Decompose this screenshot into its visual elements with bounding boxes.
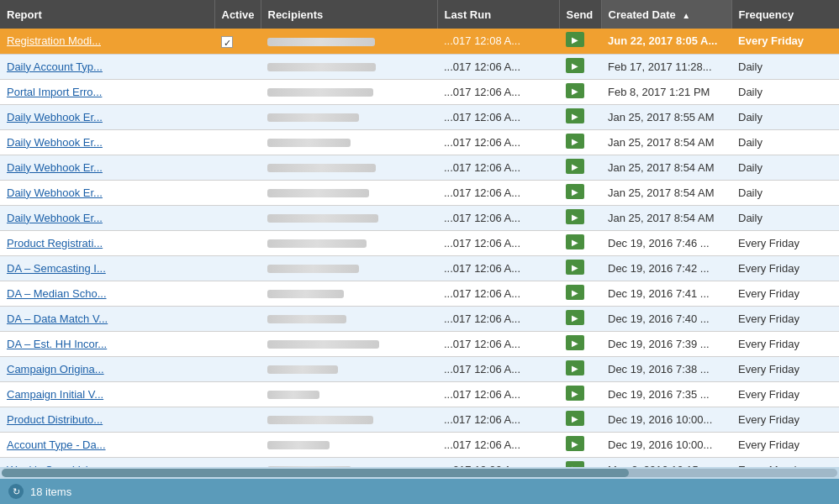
report-link[interactable]: Daily Webhook Er... bbox=[7, 212, 103, 224]
table-row[interactable]: Registration Modi......017 12:08 A...Jun… bbox=[0, 29, 839, 54]
report-link[interactable]: Product Distributo... bbox=[7, 413, 103, 426]
table-row[interactable]: Daily Account Typ......017 12:06 A...Feb… bbox=[0, 54, 839, 79]
lastrun-cell: ...017 12:06 A... bbox=[437, 79, 559, 104]
lastrun-cell: ...017 12:06 A... bbox=[437, 381, 559, 407]
table-row[interactable]: Daily Webhook Er......017 12:06 A...Jan … bbox=[0, 180, 839, 205]
table-row[interactable]: Campaign Origina......017 12:06 A...Dec … bbox=[0, 356, 839, 381]
send-button[interactable] bbox=[566, 58, 584, 73]
table-row[interactable]: Product Registrati......017 12:06 A...De… bbox=[0, 230, 839, 255]
recipients-blurred bbox=[267, 441, 330, 449]
report-link[interactable]: Daily Account Typ... bbox=[7, 60, 103, 73]
frequency-cell: Every Friday bbox=[731, 255, 839, 281]
report-link[interactable]: DA – Semcasting I... bbox=[7, 262, 106, 275]
recipients-blurred bbox=[267, 113, 359, 122]
col-header-frequency[interactable]: Frequency bbox=[731, 0, 839, 29]
col-header-report[interactable]: Report bbox=[0, 0, 214, 29]
frequency-cell: Every Friday bbox=[731, 306, 839, 331]
frequency-cell: Every Friday bbox=[731, 281, 839, 306]
frequency-cell: Every Friday bbox=[731, 381, 839, 407]
col-header-lastrun[interactable]: Last Run bbox=[437, 0, 559, 29]
recipients-blurred bbox=[267, 391, 319, 399]
recipients-blurred bbox=[267, 38, 375, 46]
recipients-blurred bbox=[267, 365, 338, 374]
send-button[interactable] bbox=[566, 108, 584, 123]
send-button[interactable] bbox=[566, 234, 584, 249]
report-link[interactable]: DA – Est. HH Incor... bbox=[7, 338, 107, 350]
table-row[interactable]: Portal Import Erro......017 12:06 A...Fe… bbox=[0, 79, 839, 104]
report-link[interactable]: Registration Modi... bbox=[7, 34, 101, 47]
table-row[interactable]: Campaign Initial V......017 12:06 A...De… bbox=[0, 381, 839, 407]
lastrun-cell: ...017 12:06 A... bbox=[437, 129, 559, 155]
report-link[interactable]: Campaign Initial V... bbox=[7, 388, 103, 401]
col-header-active[interactable]: Active bbox=[214, 0, 261, 29]
table-row[interactable]: DA – Data Match V......017 12:06 A...Dec… bbox=[0, 306, 839, 331]
active-checkbox[interactable] bbox=[221, 36, 233, 48]
send-button[interactable] bbox=[566, 335, 584, 350]
lastrun-cell: ...017 12:06 A... bbox=[437, 155, 559, 180]
table-body-scroll[interactable]: Registration Modi......017 12:08 A...Jun… bbox=[0, 29, 839, 467]
send-button[interactable] bbox=[566, 184, 584, 199]
table-row[interactable]: DA – Est. HH Incor......017 12:06 A...De… bbox=[0, 331, 839, 356]
frequency-cell: Daily bbox=[731, 180, 839, 205]
report-link[interactable]: Daily Webhook Er... bbox=[7, 161, 103, 174]
frequency-cell: Every Friday bbox=[731, 356, 839, 381]
horizontal-scrollbar[interactable] bbox=[0, 467, 839, 479]
table-row[interactable]: Product Distributo......017 12:06 A...De… bbox=[0, 407, 839, 432]
lastrun-cell: ...017 12:06 A... bbox=[437, 205, 559, 230]
report-link[interactable]: Daily Webhook Er... bbox=[7, 186, 103, 199]
recipients-blurred bbox=[267, 189, 369, 197]
col-header-send[interactable]: Send bbox=[559, 0, 601, 29]
created-date-cell: Jan 25, 2017 8:54 AM bbox=[601, 180, 731, 205]
frequency-cell: Daily bbox=[731, 104, 839, 129]
report-link[interactable]: DA – Median Scho... bbox=[7, 287, 107, 300]
created-date-cell: Jan 25, 2017 8:54 AM bbox=[601, 155, 731, 180]
created-date-cell: May 2, 2016 10:15 ... bbox=[601, 457, 731, 467]
table-row[interactable]: Account Type - Da......017 12:06 A...Dec… bbox=[0, 432, 839, 457]
lastrun-cell: ...017 12:06 A... bbox=[437, 306, 559, 331]
report-link[interactable]: DA – Data Match V... bbox=[7, 312, 108, 325]
send-button[interactable] bbox=[566, 461, 584, 468]
report-link[interactable]: Daily Webhook Er... bbox=[7, 136, 103, 149]
frequency-cell: Daily bbox=[731, 155, 839, 180]
table-row[interactable]: Weekly Sync Veloc......017 12:06 A...May… bbox=[0, 457, 839, 467]
send-button[interactable] bbox=[566, 159, 584, 174]
send-button[interactable] bbox=[566, 134, 584, 149]
table-row[interactable]: Daily Webhook Er......017 12:06 A...Jan … bbox=[0, 104, 839, 129]
recipients-blurred bbox=[267, 139, 351, 147]
table-row[interactable]: DA – Semcasting I......017 12:06 A...Dec… bbox=[0, 255, 839, 281]
frequency-cell: Daily bbox=[731, 54, 839, 79]
created-date-cell: Dec 19, 2016 7:46 ... bbox=[601, 230, 731, 255]
table-row[interactable]: Daily Webhook Er......017 12:06 A...Jan … bbox=[0, 205, 839, 230]
send-button[interactable] bbox=[566, 360, 584, 375]
send-button[interactable] bbox=[566, 260, 584, 275]
col-header-created[interactable]: Created Date ▲ bbox=[601, 0, 731, 29]
recipients-blurred bbox=[267, 88, 373, 97]
frequency-cell: Every Friday bbox=[731, 230, 839, 255]
send-button[interactable] bbox=[566, 436, 584, 451]
col-header-recipients[interactable]: Recipients bbox=[261, 0, 437, 29]
send-button[interactable] bbox=[566, 310, 584, 325]
report-link[interactable]: Portal Import Erro... bbox=[7, 86, 102, 98]
send-button[interactable] bbox=[566, 83, 584, 98]
scrollbar-thumb[interactable] bbox=[2, 469, 629, 477]
send-button[interactable] bbox=[566, 32, 584, 47]
frequency-cell: Daily bbox=[731, 205, 839, 230]
send-button[interactable] bbox=[566, 285, 584, 300]
refresh-icon[interactable]: ↻ bbox=[8, 484, 24, 499]
report-link[interactable]: Daily Webhook Er... bbox=[7, 111, 103, 123]
report-link[interactable]: Product Registrati... bbox=[7, 237, 103, 249]
lastrun-cell: ...017 12:06 A... bbox=[437, 230, 559, 255]
send-button[interactable] bbox=[566, 209, 584, 224]
created-date-cell: Jan 25, 2017 8:54 AM bbox=[601, 129, 731, 155]
recipients-blurred bbox=[267, 340, 379, 349]
table-row[interactable]: DA – Median Scho......017 12:06 A...Dec … bbox=[0, 281, 839, 306]
table-row[interactable]: Daily Webhook Er......017 12:06 A...Jan … bbox=[0, 155, 839, 180]
recipients-blurred bbox=[267, 214, 378, 223]
send-button[interactable] bbox=[566, 411, 584, 426]
report-link[interactable]: Account Type - Da... bbox=[7, 438, 106, 451]
report-link[interactable]: Campaign Origina... bbox=[7, 363, 104, 375]
send-button[interactable] bbox=[566, 386, 584, 401]
frequency-cell: Every Friday bbox=[731, 29, 839, 54]
report-table-wrapper: Report Active Recipients Last Run Send C… bbox=[0, 0, 839, 479]
table-row[interactable]: Daily Webhook Er......017 12:06 A...Jan … bbox=[0, 129, 839, 155]
